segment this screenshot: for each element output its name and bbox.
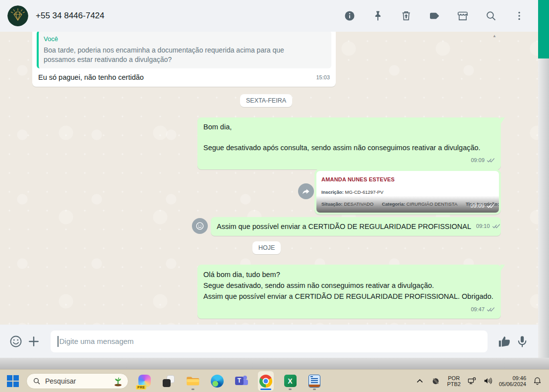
notification-bell-icon[interactable] (533, 376, 542, 386)
info-icon[interactable] (344, 10, 356, 22)
excel-icon: X (284, 375, 297, 387)
date-divider-today: HOJE (252, 241, 281, 254)
teams-icon: T (235, 375, 248, 388)
network-icon[interactable] (467, 376, 477, 386)
card-person-name: AMANDA NUNES ESTEVES (316, 171, 499, 186)
search-highlight-plant-icon (112, 375, 124, 387)
taskbar-search[interactable]: Pesquisar (26, 373, 128, 389)
outgoing-message-request[interactable]: Assim que possível enviar a CERTIDÃO DE … (211, 217, 501, 236)
message-time: 09:47 (471, 304, 485, 315)
attach-plus-icon[interactable] (27, 335, 41, 348)
chrome-button[interactable] (258, 371, 274, 391)
language-indicator[interactable]: POR PTB2 (447, 375, 461, 387)
message-time: 09:10 (476, 221, 490, 231)
message-line: Segue desativado, sendo assim não conseg… (203, 280, 495, 291)
message-time: 09:09 (470, 201, 485, 211)
mic-muted-icon[interactable] (431, 376, 440, 386)
label-icon[interactable] (428, 10, 440, 22)
windows-taskbar: Pesquisar PRE (0, 369, 549, 392)
smiley-icon (195, 221, 205, 231)
message-input[interactable]: Digite uma mensagem (51, 331, 488, 352)
message-line: Assim que possível enviar a CERTIDÃO DE … (203, 291, 495, 302)
notepad-icon (308, 375, 320, 388)
copilot-pre-badge: PRE (136, 385, 146, 390)
react-emoji-button[interactable] (192, 218, 208, 234)
scrollbar-thumb[interactable] (538, 0, 549, 58)
kebab-menu-icon[interactable] (513, 10, 525, 22)
message-line: Bom dia, (203, 122, 495, 132)
volume-icon[interactable] (483, 376, 492, 386)
microphone-icon[interactable] (515, 335, 529, 348)
card-label: Categoria: (382, 201, 405, 207)
clock[interactable]: 09:46 05/06/2024 (499, 375, 526, 387)
tray-time: 09:46 (499, 375, 526, 381)
quoted-message[interactable]: Você Boa tarde, poderia nos encaminha a … (37, 32, 331, 68)
search-icon[interactable] (485, 10, 497, 22)
quote-author: Você (44, 34, 326, 44)
search-icon (33, 377, 41, 385)
card-value: CIRURGIÃO DENTISTA (407, 201, 458, 207)
contact-avatar[interactable] (7, 5, 28, 26)
task-view-button[interactable] (161, 371, 177, 391)
bubble-tail (500, 117, 505, 124)
pin-icon[interactable] (372, 10, 384, 22)
windows-start-icon[interactable] (7, 375, 19, 387)
edge-icon (211, 375, 224, 388)
double-check-icon (492, 224, 500, 229)
quote-text: Boa tarde, poderia nos encaminha a docum… (44, 46, 314, 64)
card-label: Inscrição: (321, 189, 344, 195)
chat-header: +55 34 8446-7424 (0, 0, 538, 32)
trash-restore-icon[interactable] (400, 10, 412, 22)
outgoing-image-message[interactable]: AMANDA NUNES ESTEVES Inscrição: MG-CD-61… (314, 169, 501, 215)
message-time: 09:09 (471, 155, 485, 166)
scroll-artifact-icon: ▲ (492, 34, 496, 38)
edge-button[interactable] (209, 371, 225, 391)
input-placeholder: Digite uma mensagem (60, 337, 134, 345)
file-explorer-button[interactable] (185, 371, 201, 391)
running-indicator (191, 389, 194, 390)
message-line: Segue desativado após consulta, sendo as… (203, 143, 495, 153)
message-text: Eu só paguei, não tenho certidão (38, 72, 311, 83)
double-check-icon (487, 203, 495, 209)
active-app-indicator (260, 389, 271, 390)
scrollbar-track[interactable] (538, 0, 549, 358)
message-composer: Digite uma mensagem (0, 325, 538, 358)
chrome-icon (259, 375, 272, 388)
card-value: MG-CD-61297-PV (345, 189, 384, 195)
card-value: DESATIVADO (344, 201, 373, 207)
bubble-tail (500, 265, 505, 272)
task-view-icon (163, 375, 175, 387)
forward-arrow-icon (301, 186, 311, 196)
tray-date: 05/06/2024 (499, 381, 526, 387)
thumbs-up-icon[interactable] (497, 335, 511, 348)
excel-button[interactable]: X (282, 371, 298, 391)
diamond-logo-icon (7, 5, 28, 26)
double-check-icon (487, 158, 495, 163)
storefront-icon[interactable] (457, 10, 469, 22)
desktop-strip (0, 358, 549, 369)
outgoing-message-followup[interactable]: Olá bom dia, tudo bem? Segue desativado,… (197, 265, 501, 319)
copilot-button[interactable]: PRE (136, 371, 152, 391)
tray-chevron-up-icon[interactable] (415, 376, 425, 386)
date-divider-friday: SEXTA-FEIRA (240, 94, 292, 107)
outgoing-message-greeting[interactable]: Bom dia, Segue desativado após consulta,… (197, 117, 501, 169)
double-check-icon (487, 307, 495, 312)
notepad-button[interactable] (306, 371, 322, 391)
contact-name[interactable]: +55 34 8446-7424 (36, 11, 344, 21)
registration-card-image: AMANDA NUNES ESTEVES Inscrição: MG-CD-61… (316, 171, 499, 213)
header-actions (344, 10, 525, 22)
message-time: 15:03 (316, 72, 330, 83)
forward-button[interactable] (298, 183, 314, 199)
teams-button[interactable]: T (234, 371, 249, 391)
message-text: Assim que possível enviar a CERTIDÃO DE … (217, 222, 471, 232)
running-indicator (313, 389, 316, 390)
taskbar-app-icons: PRE T (136, 371, 322, 391)
text-caret (58, 336, 59, 347)
incoming-message[interactable]: Você Boa tarde, poderia nos encaminha a … (32, 32, 336, 87)
desktop-screen: +55 34 8446-7424 (0, 0, 549, 392)
whatsapp-window: +55 34 8446-7424 (0, 0, 538, 358)
system-tray: POR PTB2 09:46 (415, 375, 544, 387)
search-placeholder: Pesquisar (45, 377, 112, 385)
emoji-picker-icon[interactable] (9, 335, 23, 348)
running-indicator (289, 389, 292, 390)
